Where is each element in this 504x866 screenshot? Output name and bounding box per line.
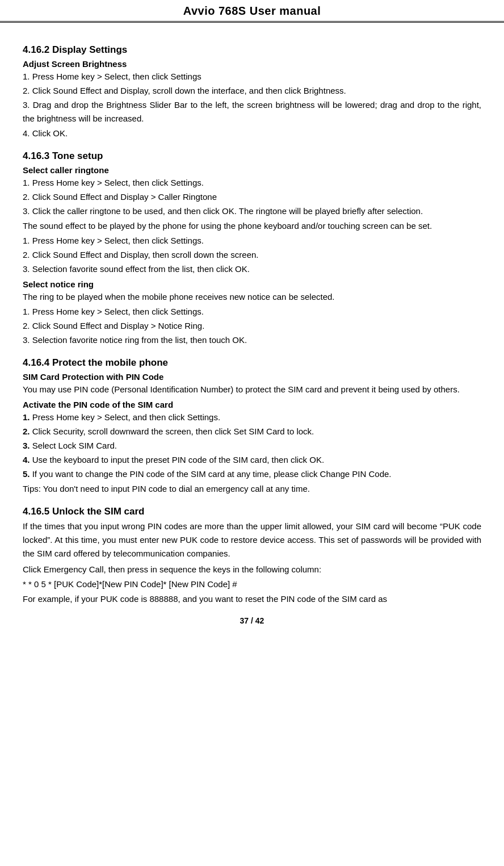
page-header: Avvio 768S User manual: [0, 0, 504, 23]
page-title: Avvio 768S User manual: [183, 5, 321, 17]
section-4165-title: 4.16.5 Unlock the SIM card: [23, 506, 481, 517]
activate-pin-item-5: 5. If you want to change the PIN code of…: [23, 467, 481, 481]
page-footer: 37 / 42: [23, 616, 481, 625]
section-4164: 4.16.4 Protect the mobile phone SIM Card…: [23, 357, 481, 496]
unlock-sim-code: * * 0 5 * [PUK Code]*[New PIN Code]* [Ne…: [23, 578, 481, 591]
unlock-sim-para-1: If the times that you input wrong PIN co…: [23, 520, 481, 560]
section-4162: 4.16.2 Display Settings Adjust Screen Br…: [23, 44, 481, 140]
notice-ring-item-1: 1. Press Home key > Select, then click S…: [23, 305, 481, 319]
activate-pin-tips: Tips: You don't need to input PIN code t…: [23, 482, 481, 496]
caller-ringtone-extra-1: The sound effect to be played by the pho…: [23, 219, 481, 233]
page-content: 4.16.2 Display Settings Adjust Screen Br…: [0, 23, 504, 637]
caller-ringtone-extra-3: 2. Click Sound Effect and Display, then …: [23, 248, 481, 262]
notice-ring-heading: Select notice ring: [23, 279, 481, 289]
unlock-sim-para-3: For example, if your PUK code is 888888,…: [23, 592, 481, 606]
adjust-brightness-item-2: 2. Click Sound Effect and Display, scrol…: [23, 84, 481, 98]
section-4162-title: 4.16.2 Display Settings: [23, 44, 481, 56]
notice-ring-desc: The ring to be played when the mobile ph…: [23, 290, 481, 304]
adjust-brightness-heading: Adjust Screen Brightness: [23, 59, 481, 69]
activate-pin-heading: Activate the PIN code of the SIM card: [23, 400, 481, 409]
caller-ringtone-heading: Select caller ringtone: [23, 165, 481, 175]
caller-ringtone-extra-2: 1. Press Home key > Select, then click S…: [23, 234, 481, 248]
subsection-activate-pin: Activate the PIN code of the SIM card 1.…: [23, 400, 481, 496]
section-4163: 4.16.3 Tone setup Select caller ringtone…: [23, 150, 481, 347]
caller-ringtone-extra-4: 3. Selection favorite sound effect from …: [23, 262, 481, 276]
activate-pin-item-1: 1. Press Home key > Select, and then cli…: [23, 411, 481, 424]
activate-pin-item-2: 2. Click Security, scroll downward the s…: [23, 425, 481, 438]
adjust-brightness-item-1: 1. Press Home key > Select, then click S…: [23, 70, 481, 83]
sim-protection-desc: You may use PIN code (Personal Identific…: [23, 383, 481, 396]
section-4165: 4.16.5 Unlock the SIM card If the times …: [23, 506, 481, 606]
unlock-sim-para-2: Click Emergency Call, then press in sequ…: [23, 563, 481, 576]
adjust-brightness-item-4: 4. Click OK.: [23, 127, 481, 140]
caller-ringtone-item-1: 1. Press Home key > Select, then click S…: [23, 176, 481, 190]
adjust-brightness-item-3: 3. Drag and drop the Brightness Slider B…: [23, 98, 481, 125]
subsection-adjust-brightness: Adjust Screen Brightness 1. Press Home k…: [23, 59, 481, 140]
notice-ring-item-2: 2. Click Sound Effect and Display > Noti…: [23, 319, 481, 333]
subsection-sim-protection: SIM Card Protection with PIN Code You ma…: [23, 372, 481, 396]
notice-ring-item-3: 3. Selection favorite notice ring from t…: [23, 333, 481, 347]
subsection-notice-ring: Select notice ring The ring to be played…: [23, 279, 481, 347]
subsection-caller-ringtone: Select caller ringtone 1. Press Home key…: [23, 165, 481, 276]
section-4164-title: 4.16.4 Protect the mobile phone: [23, 357, 481, 369]
caller-ringtone-item-2: 2. Click Sound Effect and Display > Call…: [23, 190, 481, 204]
page-number: 37 / 42: [240, 616, 264, 625]
section-4163-title: 4.16.3 Tone setup: [23, 150, 481, 162]
caller-ringtone-item-3: 3. Click the caller ringtone to be used,…: [23, 204, 481, 218]
sim-protection-heading: SIM Card Protection with PIN Code: [23, 372, 481, 382]
activate-pin-item-3: 3. Select Lock SIM Card.: [23, 439, 481, 453]
activate-pin-item-4: 4. Use the keyboard to input the preset …: [23, 453, 481, 467]
